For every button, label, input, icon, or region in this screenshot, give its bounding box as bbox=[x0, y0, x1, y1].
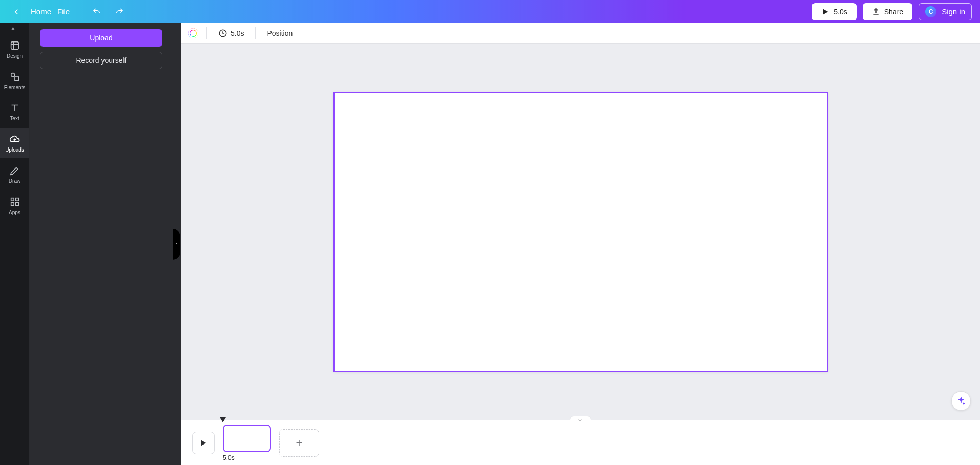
panel-collapse-button[interactable] bbox=[173, 229, 180, 260]
timeline-duration-1: 5.0s bbox=[223, 454, 271, 461]
rail-label-draw: Draw bbox=[9, 178, 20, 184]
timeline-collapse-button[interactable] bbox=[570, 416, 591, 424]
rail-item-apps[interactable]: Apps bbox=[0, 191, 29, 221]
svg-rect-7 bbox=[15, 203, 18, 206]
home-link[interactable]: Home bbox=[31, 7, 51, 16]
rail-label-uploads: Uploads bbox=[5, 147, 24, 153]
toolbar-separator-1 bbox=[206, 27, 207, 39]
signin-label: Sign in bbox=[942, 7, 965, 16]
top-right-group: 5.0s Share C Sign in bbox=[812, 3, 972, 20]
toolbar-separator-2 bbox=[255, 27, 256, 39]
rail-label-design: Design bbox=[7, 53, 23, 59]
page-duration-button[interactable]: 5.0s bbox=[214, 26, 248, 41]
top-duration-label: 5.0s bbox=[833, 8, 847, 16]
canvas-assist-button[interactable] bbox=[951, 391, 971, 411]
back-button[interactable] bbox=[8, 4, 25, 20]
rail-label-elements: Elements bbox=[4, 84, 26, 90]
position-button[interactable]: Position bbox=[263, 26, 297, 41]
rail-label-text: Text bbox=[10, 116, 19, 121]
timeline-page-1[interactable]: 5.0s bbox=[223, 425, 271, 461]
rail-item-design[interactable]: Design bbox=[0, 34, 29, 65]
svg-rect-5 bbox=[15, 198, 18, 201]
upload-button[interactable]: Upload bbox=[40, 29, 162, 47]
svg-rect-6 bbox=[11, 203, 14, 206]
share-label: Share bbox=[884, 8, 903, 16]
svg-marker-9 bbox=[201, 440, 206, 446]
timeline-play-button[interactable] bbox=[192, 432, 215, 454]
top-left-group: Home File bbox=[8, 4, 128, 20]
panel-collapse-area bbox=[173, 23, 181, 465]
canvas-surface[interactable] bbox=[181, 44, 980, 420]
share-button[interactable]: Share bbox=[863, 3, 912, 20]
rail-item-draw[interactable]: Draw bbox=[0, 159, 29, 189]
rail-item-text[interactable]: Text bbox=[0, 97, 29, 127]
playhead-marker-icon bbox=[220, 417, 226, 422]
canvas-toolbar: 5.0s Position bbox=[181, 23, 980, 44]
side-rail: ▲ Design Elements Text Uploads Draw Apps bbox=[0, 23, 30, 465]
undo-button[interactable] bbox=[89, 4, 105, 20]
svg-rect-4 bbox=[11, 198, 14, 201]
top-divider-1 bbox=[79, 6, 79, 17]
rail-scroll-up[interactable]: ▲ bbox=[11, 25, 19, 33]
svg-rect-3 bbox=[15, 77, 18, 80]
uploads-panel: Upload Record yourself bbox=[30, 23, 173, 465]
timeline-add-page-button[interactable]: + bbox=[279, 429, 319, 457]
record-yourself-button[interactable]: Record yourself bbox=[40, 52, 162, 69]
signin-button[interactable]: C Sign in bbox=[919, 3, 972, 20]
svg-marker-0 bbox=[823, 9, 828, 14]
timeline: 5.0s + bbox=[181, 420, 980, 465]
top-duration-button[interactable]: 5.0s bbox=[812, 3, 856, 20]
page-duration-label: 5.0s bbox=[231, 29, 244, 37]
canvas-page[interactable] bbox=[333, 92, 828, 372]
top-menu-bar: Home File 5.0s Share C Sign in bbox=[0, 0, 980, 23]
position-label: Position bbox=[267, 29, 293, 37]
rail-item-elements[interactable]: Elements bbox=[0, 66, 29, 96]
avatar-icon: C bbox=[925, 6, 936, 17]
redo-button[interactable] bbox=[111, 4, 128, 20]
file-menu[interactable]: File bbox=[57, 7, 70, 16]
rail-label-apps: Apps bbox=[9, 209, 20, 215]
canvas-column: 5.0s Position 5.0s + bbox=[181, 23, 980, 465]
timeline-thumb-1[interactable] bbox=[223, 425, 271, 452]
main-area: ▲ Design Elements Text Uploads Draw Apps… bbox=[0, 23, 980, 465]
rail-item-uploads[interactable]: Uploads bbox=[0, 128, 29, 158]
page-color-swatch[interactable] bbox=[187, 27, 199, 39]
svg-point-2 bbox=[11, 73, 14, 77]
svg-rect-1 bbox=[11, 42, 18, 50]
